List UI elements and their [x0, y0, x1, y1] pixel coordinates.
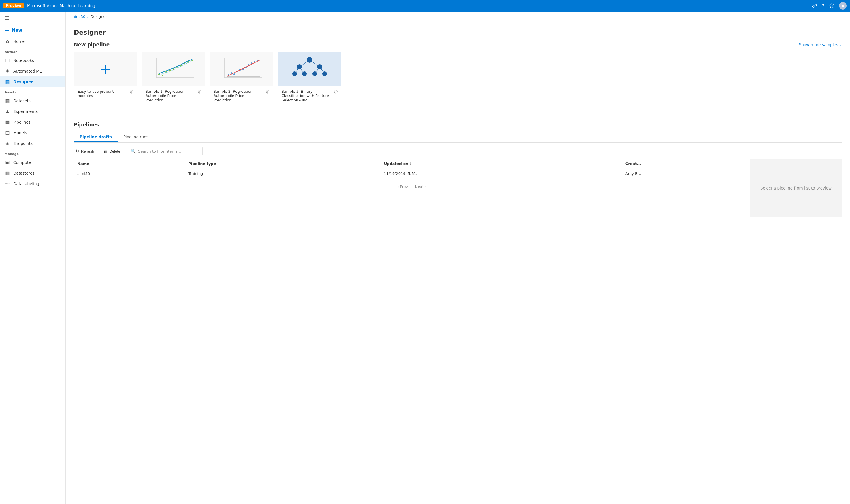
pagination: ‹ Prev Next › [74, 183, 750, 190]
col-header-updated-on[interactable]: Updated on ↓ [380, 159, 622, 168]
sidebar-item-experiments[interactable]: ▲ Experiments [0, 106, 66, 116]
next-arrow-icon: › [425, 185, 426, 188]
sample3-chart-svg [287, 55, 333, 84]
prev-arrow-icon: ‹ [398, 185, 399, 188]
cell-created-by: Amy B... [622, 168, 750, 179]
sample2-chart-svg [219, 55, 265, 84]
card-new-img: + [74, 52, 137, 86]
tab-pipeline-drafts[interactable]: Pipeline drafts [74, 132, 118, 142]
pipeline-card-sample1[interactable]: Sample 1: Regression - Automobile Price … [142, 52, 205, 105]
svg-point-38 [312, 71, 317, 76]
cell-name[interactable]: aiml30 [74, 168, 185, 179]
svg-point-37 [302, 71, 307, 76]
svg-point-3 [162, 75, 163, 76]
sidebar-item-pipelines[interactable]: ▤ Pipelines [0, 116, 66, 127]
sidebar-item-datasets[interactable]: ▦ Datasets [0, 95, 66, 106]
card-plus-icon: + [100, 62, 111, 76]
models-icon: □ [5, 130, 11, 136]
pipeline-card-new[interactable]: + Easy-to-use prebuilt modules ⓘ [74, 52, 137, 105]
table-row[interactable]: aiml30 Training 11/19/2019, 5:51... Amy … [74, 168, 750, 179]
sidebar-item-endpoints[interactable]: ◈ Endpoints [0, 138, 66, 149]
datastores-label: Datastores [13, 171, 34, 175]
refresh-icon: ↻ [75, 149, 79, 154]
sidebar-item-notebooks[interactable]: ▤ Notebooks [0, 55, 66, 66]
refresh-button[interactable]: ↻ Refresh [74, 147, 96, 155]
endpoints-icon: ◈ [5, 141, 11, 146]
topbar: Preview Microsoft Azure Machine Learning… [0, 0, 850, 12]
account-icon[interactable]: ☺ [829, 3, 834, 9]
sidebar-item-compute[interactable]: ▣ Compute [0, 157, 66, 168]
show-more-samples-link[interactable]: Show more samples ⌄ [799, 42, 842, 47]
sidebar-item-datastores[interactable]: ▥ Datastores [0, 168, 66, 178]
datasets-icon: ▦ [5, 98, 11, 103]
svg-point-34 [297, 64, 302, 69]
new-pipeline-section-header: New pipeline Show more samples ⌄ [74, 42, 842, 48]
designer-icon: ▦ [5, 79, 11, 84]
sidebar-item-automated-ml[interactable]: ✸ Automated ML [0, 66, 66, 76]
home-icon: ⌂ [5, 39, 11, 44]
sort-icon: ↓ [410, 162, 412, 166]
pipeline-toolbar: ↻ Refresh 🗑 Delete 🔍 Search to filter it… [74, 147, 842, 155]
card-sample1-img [142, 52, 205, 86]
page-title: Designer [74, 29, 842, 36]
topbar-icons: ☍ ? ☺ A [812, 2, 847, 10]
card-sample3-label: Sample 3: Binary Classification with Fea… [278, 86, 341, 105]
col-header-pipeline-type[interactable]: Pipeline type [185, 159, 380, 168]
content-area: aiml30 › Designer Designer New pipeline … [66, 12, 850, 504]
sidebar-item-designer[interactable]: ▦ Designer [0, 76, 66, 87]
card-sample2-label: Sample 2: Regression - Automobile Price … [210, 86, 273, 105]
sidebar-item-data-labeling[interactable]: ✏ Data labeling [0, 178, 66, 189]
preview-badge: Preview [3, 3, 24, 8]
delete-button[interactable]: 🗑 Delete [102, 148, 122, 155]
new-label: New [12, 28, 22, 33]
endpoints-label: Endpoints [13, 141, 33, 146]
feedback-icon[interactable]: ☍ [812, 3, 817, 9]
experiments-icon: ▲ [5, 109, 11, 114]
hamburger-menu-icon[interactable]: ☰ [0, 12, 66, 24]
sidebar-item-home[interactable]: ⌂ Home [0, 36, 66, 47]
cell-updated-on: 11/19/2019, 5:51... [380, 168, 622, 179]
new-pipeline-section-title: New pipeline [74, 42, 109, 48]
experiments-label: Experiments [13, 109, 38, 114]
table-header-row: Name Pipeline type [74, 159, 750, 168]
page-body: Designer New pipeline Show more samples … [66, 22, 850, 224]
cell-pipeline-type: Training [185, 168, 380, 179]
svg-line-25 [227, 60, 260, 76]
pipeline-table-area: Name Pipeline type [74, 159, 750, 217]
search-box[interactable]: 🔍 Search to filter items... [128, 147, 203, 155]
show-more-label: Show more samples [799, 42, 838, 47]
datasets-label: Datasets [13, 98, 31, 103]
sample1-chart-svg [151, 55, 196, 84]
chevron-down-icon: ⌄ [839, 43, 842, 47]
next-button[interactable]: Next › [413, 183, 429, 190]
compute-label: Compute [13, 160, 31, 165]
data-labeling-label: Data labeling [13, 181, 39, 186]
prev-button[interactable]: ‹ Prev [395, 183, 411, 190]
card-new-label: Easy-to-use prebuilt modules ⓘ [74, 86, 137, 101]
svg-point-36 [292, 71, 297, 76]
preview-panel: Select a pipeline from list to preview [750, 159, 842, 217]
main-layout: ☰ + New ⌂ Home Author ▤ Notebooks ✸ Auto… [0, 12, 850, 504]
delete-icon: 🗑 [103, 149, 108, 154]
card-sample1-label: Sample 1: Regression - Automobile Price … [142, 86, 205, 105]
breadcrumb: aiml30 › Designer [66, 12, 850, 22]
col-header-created-by[interactable]: Creat... [622, 159, 750, 168]
new-button[interactable]: + New [0, 24, 66, 36]
pipeline-card-sample3[interactable]: Sample 3: Binary Classification with Fea… [278, 52, 341, 105]
data-labeling-icon: ✏ [5, 181, 11, 186]
tab-pipeline-runs[interactable]: Pipeline runs [118, 132, 154, 142]
breadcrumb-parent[interactable]: aiml30 [73, 14, 85, 19]
col-header-name[interactable]: Name [74, 159, 185, 168]
pipeline-card-sample2[interactable]: Sample 2: Regression - Automobile Price … [210, 52, 273, 105]
home-label: Home [13, 39, 25, 44]
compute-icon: ▣ [5, 160, 11, 165]
breadcrumb-separator: › [87, 14, 88, 19]
sidebar-item-models[interactable]: □ Models [0, 127, 66, 138]
svg-point-35 [317, 64, 322, 69]
svg-point-16 [233, 73, 235, 75]
help-icon[interactable]: ? [822, 3, 825, 9]
user-initial-icon[interactable]: A [839, 2, 847, 10]
card-info-icon-1: ⓘ [198, 90, 202, 94]
card-sample3-img [278, 52, 341, 86]
sidebar: ☰ + New ⌂ Home Author ▤ Notebooks ✸ Auto… [0, 12, 66, 504]
